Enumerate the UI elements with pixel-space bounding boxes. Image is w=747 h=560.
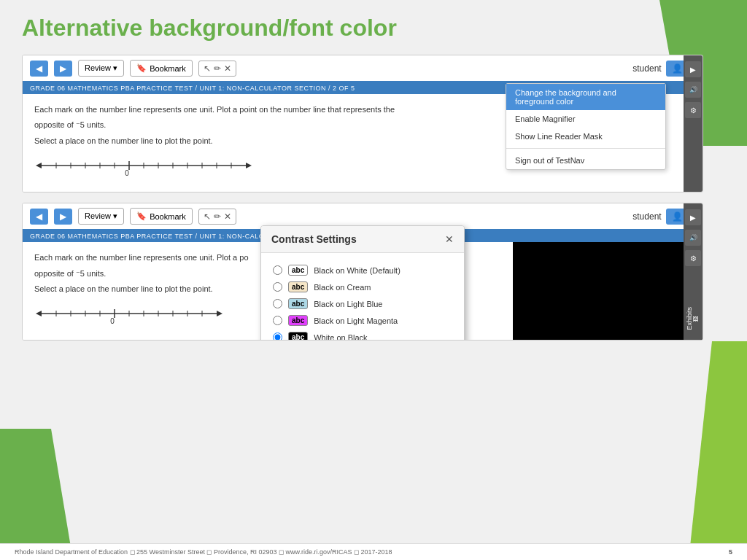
review-btn-1[interactable]: Review ▾ xyxy=(78,60,124,77)
footer: Rhode Island Department of Education ◻ 2… xyxy=(0,543,747,560)
dialog-title: Contrast Settings xyxy=(271,233,357,245)
svg-text:0: 0 xyxy=(125,169,129,177)
badge-black-on-white: abc xyxy=(288,265,308,276)
radio-option-2: abc Black on Cream xyxy=(273,279,452,295)
bg-decoration-bottom xyxy=(0,429,73,560)
tool-icons-1: ↖ ✏ ✕ xyxy=(198,61,236,77)
gear-icon-1: ⚙ xyxy=(690,106,697,114)
speaker-icon-1: 🔊 xyxy=(689,86,697,93)
close-icon: ✕ xyxy=(445,233,454,245)
svg-marker-2 xyxy=(246,163,252,168)
user-icon-1: 👤 xyxy=(672,63,683,74)
radio-black-on-white[interactable] xyxy=(273,265,282,275)
panel-2: ◀ ▶ Review ▾ 🔖 Bookmark ↖ ✏ ✕ student xyxy=(22,203,703,341)
bookmark-btn-1[interactable]: 🔖 Bookmark xyxy=(130,60,193,77)
badge-black-on-cream: abc xyxy=(288,281,308,292)
slide-title: Alternative background/font color xyxy=(22,15,725,42)
bookmark-icon-1: 🔖 xyxy=(136,63,147,73)
side-controls-1: ▶ 🔊 ⚙ xyxy=(684,55,703,192)
student-label-1: student xyxy=(632,63,661,74)
number-line-svg-1: 0 xyxy=(34,157,253,177)
badge-black-on-light-magenta: abc xyxy=(288,315,308,326)
nav-forward-btn-1[interactable]: ▶ xyxy=(54,61,72,77)
exhibits-icon: 🖼 xyxy=(693,316,700,322)
play-icon-1: ▶ xyxy=(690,66,696,74)
svg-marker-1 xyxy=(36,163,42,168)
dialog-overlay: Contrast Settings ✕ abc Black on White (… xyxy=(23,203,703,340)
side-speaker-btn-1[interactable]: 🔊 xyxy=(685,82,701,98)
page-number: 5 xyxy=(729,548,732,556)
radio-black-on-light-blue[interactable] xyxy=(273,299,282,308)
menu-item-bg-color[interactable]: Change the background and foreground col… xyxy=(506,84,665,110)
chevron-down-icon: ▾ xyxy=(113,63,117,72)
footer-text: Rhode Island Department of Education ◻ 2… xyxy=(15,548,392,556)
side-play-btn-1[interactable]: ▶ xyxy=(685,61,701,77)
badge-black-on-light-blue: abc xyxy=(288,298,308,309)
label-black-on-light-magenta[interactable]: Black on Light Magenta xyxy=(314,316,398,325)
menu-divider xyxy=(506,148,665,149)
dialog-body: abc Black on White (Default) abc Black o… xyxy=(261,253,464,341)
arrow-left-icon: ◀ xyxy=(36,63,42,74)
bg-decoration-right xyxy=(689,341,747,560)
eraser-icon[interactable]: ✕ xyxy=(224,63,231,74)
radio-white-on-black[interactable] xyxy=(273,332,282,341)
dropdown-menu-1: Change the background and foreground col… xyxy=(506,83,666,170)
radio-black-on-cream[interactable] xyxy=(273,282,282,292)
dialog-close-btn[interactable]: ✕ xyxy=(445,233,454,245)
label-white-on-black[interactable]: White on Black xyxy=(314,333,367,341)
radio-black-on-light-magenta[interactable] xyxy=(273,316,282,325)
nav-back-btn-1[interactable]: ◀ xyxy=(30,61,48,77)
menu-item-signout[interactable]: Sign out of TestNav xyxy=(506,152,665,169)
pencil-icon[interactable]: ✏ xyxy=(214,63,221,74)
dialog-header: Contrast Settings ✕ xyxy=(261,226,464,253)
exhibits-area: Exhibits 🖼 xyxy=(684,304,703,333)
radio-option-1: abc Black on White (Default) xyxy=(273,262,452,279)
menu-item-magnifier[interactable]: Enable Magnifier xyxy=(506,110,665,128)
contrast-settings-dialog: Contrast Settings ✕ abc Black on White (… xyxy=(260,225,465,341)
radio-option-3: abc Black on Light Blue xyxy=(273,295,452,312)
label-black-on-light-blue[interactable]: Black on Light Blue xyxy=(314,300,382,308)
toolbar-1: ◀ ▶ Review ▾ 🔖 Bookmark ↖ ✏ ✕ student xyxy=(23,55,703,82)
radio-option-4: abc Black on Light Magenta xyxy=(273,312,452,329)
side-gear-btn-1[interactable]: ⚙ xyxy=(685,102,701,118)
exhibits-tab[interactable]: Exhibits 🖼 xyxy=(684,304,703,333)
label-black-on-white[interactable]: Black on White (Default) xyxy=(314,266,400,275)
arrow-right-icon: ▶ xyxy=(60,63,66,74)
menu-item-line-reader[interactable]: Show Line Reader Mask xyxy=(506,128,665,145)
label-black-on-cream[interactable]: Black on Cream xyxy=(314,283,371,292)
radio-option-5: abc White on Black xyxy=(273,329,452,341)
panel-1: ◀ ▶ Review ▾ 🔖 Bookmark ↖ ✏ ✕ student xyxy=(22,55,703,192)
arrow-tool-icon[interactable]: ↖ xyxy=(204,63,211,74)
badge-white-on-black: abc xyxy=(288,332,308,341)
